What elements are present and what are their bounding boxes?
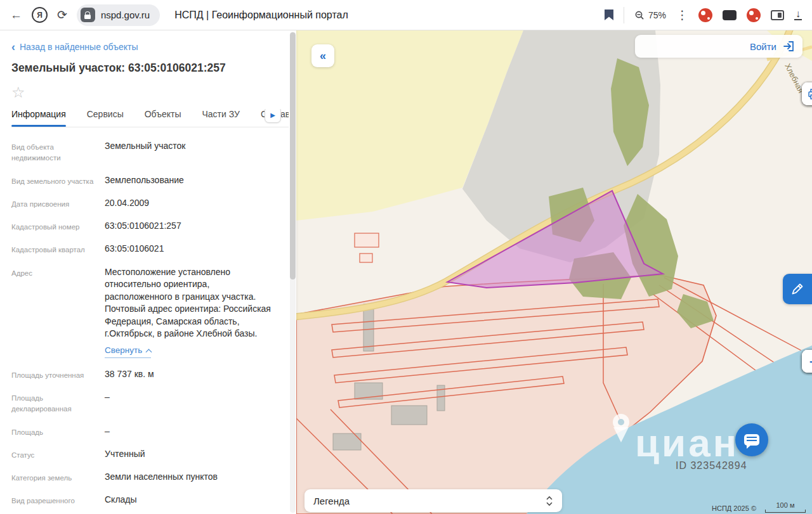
zoom-indicator[interactable]: 75% xyxy=(634,10,666,20)
feedback-tab[interactable] xyxy=(783,274,812,304)
map-attribution: НСПД 2025 © 100 м xyxy=(712,501,806,513)
field-land-category: Категория земель Земли населенных пункто… xyxy=(11,471,275,484)
watermark-id: ID 323542894 xyxy=(676,460,747,471)
print-button[interactable] xyxy=(802,82,812,105)
login-bar[interactable]: Войти xyxy=(635,35,802,58)
attribution-text: НСПД 2025 © xyxy=(712,504,756,513)
zoom-out-button[interactable]: − xyxy=(802,350,812,373)
collapse-address-link[interactable]: Свернуть xyxy=(105,345,151,358)
field-cadastral-number: Кадастровый номер 63:05:0106021:257 xyxy=(11,220,275,233)
toolbar-divider xyxy=(624,7,624,23)
extension-icon-3[interactable] xyxy=(747,8,761,22)
building xyxy=(363,304,374,351)
bookmark-icon[interactable] xyxy=(605,10,613,20)
scrollbar-thumb[interactable] xyxy=(290,32,296,279)
expand-collapse-icon xyxy=(546,496,553,506)
scale-label: 100 м xyxy=(776,501,795,509)
download-icon[interactable]: ↓ xyxy=(794,10,802,20)
field-cadastral-quarter: Кадастровый квартал 63:05:0106021 xyxy=(11,243,275,255)
tab-information[interactable]: Информация xyxy=(11,109,66,119)
field-area-refined: Площадь уточненная 38 737 кв. м xyxy=(11,368,275,381)
side-panel-icon[interactable] xyxy=(771,10,784,20)
back-to-results-link[interactable]: ‹ Назад в найденные объекты xyxy=(11,41,138,53)
tab-parcel-parts[interactable]: Части ЗУ xyxy=(202,109,239,119)
browser-toolbar: ← Я ⟳ nspd.gov.ru НСПД | Геоинформационн… xyxy=(0,0,812,30)
watermark-text: циан xyxy=(635,421,739,465)
pen-icon xyxy=(790,281,805,297)
magnifier-icon xyxy=(634,10,645,20)
login-button[interactable]: Войти xyxy=(750,41,776,52)
favorite-star-icon[interactable]: ☆ xyxy=(11,84,25,101)
print-icon xyxy=(807,87,812,101)
panel-scrollbar[interactable] xyxy=(290,32,296,513)
yandex-browser-icon[interactable]: Я xyxy=(32,7,48,23)
scale-bar: 100 м xyxy=(765,501,806,513)
field-object-kind: Вид объекта недвижимости Земельный участ… xyxy=(11,140,275,164)
address-text: Местоположение установлено относительно … xyxy=(105,267,271,339)
object-title: Земельный участок: 63:05:0106021:257 xyxy=(11,61,296,75)
login-icon xyxy=(782,40,795,53)
small-parcel-outline-2 xyxy=(360,254,372,262)
field-address: Адрес Местоположение установлено относит… xyxy=(11,266,275,358)
field-area-declared: Площадь декларированная – xyxy=(11,391,275,415)
chevron-left-icon: ‹ xyxy=(11,41,15,53)
collapse-panel-button[interactable]: « xyxy=(311,44,334,67)
map-view[interactable]: Хлебная циан ID 323542894 « Войти xyxy=(296,30,812,514)
small-parcel-outline xyxy=(355,233,379,247)
chat-icon xyxy=(744,434,759,446)
url-text: nspd.gov.ru xyxy=(101,10,150,20)
object-info-panel: ‹ Назад в найденные объекты Земельный уч… xyxy=(0,30,296,514)
legend-toggle[interactable]: Легенда xyxy=(304,489,562,512)
field-parcel-kind: Вид земельного участка Землепользование xyxy=(11,174,275,187)
zoom-level: 75% xyxy=(648,10,666,20)
reload-icon[interactable]: ⟳ xyxy=(57,9,67,21)
extension-icon-2[interactable] xyxy=(723,10,737,20)
chevron-right-icon: ▶ xyxy=(270,112,275,119)
address-bar[interactable]: nspd.gov.ru xyxy=(77,4,160,26)
field-status: Статус Учтенный xyxy=(11,448,275,461)
back-link-label: Назад в найденные объекты xyxy=(20,42,138,52)
map-canvas[interactable]: Хлебная циан ID 323542894 xyxy=(296,30,812,514)
lock-icon[interactable] xyxy=(81,8,95,22)
page-title: НСПД | Геоинформационный портал xyxy=(174,10,348,21)
toolbar-right-group: 75% ⋮ ↓ xyxy=(605,7,802,23)
field-assign-date: Дата присвоения 20.04.2009 xyxy=(11,197,275,210)
browser-back-icon[interactable]: ← xyxy=(10,9,22,21)
extension-icon-1[interactable] xyxy=(698,8,712,22)
tab-objects[interactable]: Объекты xyxy=(145,109,181,119)
field-area: Площадь – xyxy=(11,425,275,438)
chevron-up-icon xyxy=(146,349,152,355)
kebab-menu-icon[interactable]: ⋮ xyxy=(676,9,688,21)
attribute-list: Вид объекта недвижимости Земельный участ… xyxy=(11,140,296,507)
building xyxy=(391,406,427,425)
tabs-scroll-right-button[interactable]: ▶ xyxy=(265,109,281,123)
chat-button[interactable] xyxy=(735,423,768,456)
minus-icon: − xyxy=(809,355,812,368)
tab-services[interactable]: Сервисы xyxy=(87,109,124,119)
panel-tabs: Информация Сервисы Объекты Части ЗУ Сост… xyxy=(11,109,289,127)
double-chevron-left-icon: « xyxy=(320,49,326,63)
field-permitted-use: Вид разрешенного Склады xyxy=(11,494,275,506)
legend-label: Легенда xyxy=(313,496,350,506)
